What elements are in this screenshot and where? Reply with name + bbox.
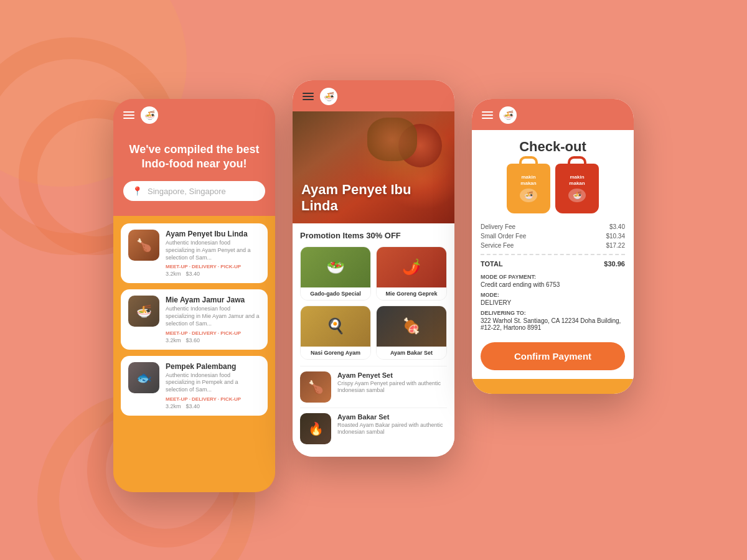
promo-image: 🥗 [301,247,370,287]
phone1-bottom-bar [113,477,275,492]
menu-item-info: Ayam Penyet Set Crispy Ayam Penyet paire… [337,371,447,394]
phone-home: 🍜 We've compiled the best Indo-food near… [113,99,275,493]
restaurant-description: Authentic Indonesian food specializing i… [166,306,260,327]
phone2-content: Promotion Items 30% OFF 🥗 Gado-gado Spec… [293,223,454,457]
promo-grid: 🥗 Gado-gado Special 🌶️ Mie Goreng Geprek… [300,246,447,360]
price: $3.40 [186,403,200,409]
restaurant-info: Ayam Penyet Ibu Linda Authentic Indonesi… [166,230,260,277]
checkout-content: Check-out makinmakan 🍜 makinmakan 🍜 Deli… [472,130,634,379]
promo-item[interactable]: 🥗 Gado-gado Special [300,246,371,301]
total-row: TOTAL $30.96 [481,260,625,268]
menu-item-name: Ayam Bakar Set [337,413,447,421]
restaurant-tags: MEET-UP · DELIVERY · PICK-UP [166,330,260,336]
hamburger-menu[interactable] [482,111,493,119]
hero-title: We've compiled the best Indo-food near y… [123,142,265,172]
menu-item-image: 🍗 [300,371,331,403]
restaurant-card[interactable]: 🍗 Ayam Penyet Ibu Linda Authentic Indone… [121,223,268,283]
restaurant-list: 🍗 Ayam Penyet Ibu Linda Authentic Indone… [113,216,275,477]
distance: 3.2km [166,403,181,409]
distance: 3.2km [166,337,181,343]
phone1-hero: We've compiled the best Indo-food near y… [113,130,275,217]
restaurant-name: Pempek Palembang [166,362,260,371]
phone-restaurant: 🍜 Ayam Penyet Ibu Linda Promotion Items … [293,80,454,457]
promo-section-header: Promotion Items 30% OFF [300,231,447,240]
mode-value: DELIVERY [481,299,625,306]
restaurant-name: Mie Ayam Jamur Jawa [166,296,260,304]
delivering-address: 322 Warhol St. Santiago, CA 12234 Doha B… [481,317,625,331]
restaurant-name: Ayam Penyet Ibu Linda [166,230,260,238]
promo-item[interactable]: 🌶️ Mie Goreng Geprek [376,246,447,301]
restaurant-description: Authentic Indonesian food specializing i… [166,372,260,394]
restaurant-meta: 3.2km $3.40 [166,403,260,409]
payment-info: MODE OF PAYMENT: Credit card ending with… [481,274,625,331]
promo-name: Mie Goreng Geprek [377,287,446,300]
restaurant-image: 🍗 [128,230,159,261]
bag-handle [519,156,538,165]
promo-image: 🍳 [301,306,370,347]
bag-icon: 🍜 [568,189,586,202]
total-value: $30.96 [604,260,625,268]
fee-row-delivery: Delivery Fee $3.40 [481,223,625,230]
phone3-header: 🍜 [472,99,634,130]
price: $3.40 [186,271,200,277]
restaurant-meta: 3.2km $3.60 [166,337,260,343]
divider [481,254,625,255]
phones-container: 🍜 We've compiled the best Indo-food near… [113,68,634,493]
menu-item-description: Crispy Ayam Penyet paired with authentic… [337,380,447,394]
delivering-to-label: DELIVERING TO: [481,310,625,316]
app-logo: 🍜 [141,106,158,124]
search-bar[interactable]: 📍 Singapore, Singapore [123,181,265,201]
restaurant-info: Pempek Palembang Authentic Indonesian fo… [166,362,260,409]
restaurant-image: 🐟 [128,362,159,393]
bags-visual: makinmakan 🍜 makinmakan 🍜 [481,164,625,213]
phone2-header: 🍜 [293,80,454,111]
hamburger-menu[interactable] [303,93,314,100]
confirm-payment-button[interactable]: Confirm Payment [481,342,625,370]
small-order-fee-value: $10.34 [606,233,625,240]
mode-label: MODE: [481,292,625,298]
phone1-header: 🍜 [113,99,275,130]
price: $3.60 [186,337,200,343]
delivery-fee-value: $3.40 [609,223,625,230]
restaurant-card[interactable]: 🐟 Pempek Palembang Authentic Indonesian … [121,356,268,416]
restaurant-hero-image: Ayam Penyet Ibu Linda [293,111,454,223]
menu-item-description: Roasted Ayam Bakar paired with authentic… [337,422,447,436]
menu-item-row[interactable]: 🍗 Ayam Penyet Set Crispy Ayam Penyet pai… [300,366,447,408]
app-logo: 🍜 [320,88,337,105]
phone-checkout: 🍜 Check-out makinmakan 🍜 makinmakan 🍜 [472,99,634,394]
checkout-title: Check-out [481,139,625,155]
bag-logo-text: makinmakan [520,174,536,186]
menu-item-name: Ayam Penyet Set [337,371,447,379]
promo-item[interactable]: 🍖 Ayam Bakar Set [376,306,447,360]
restaurant-title: Ayam Penyet Ibu Linda [301,182,446,215]
promo-name: Nasi Goreng Ayam [301,347,370,359]
restaurant-card[interactable]: 🍜 Mie Ayam Jamur Jawa Authentic Indonesi… [121,289,268,349]
promo-name: Ayam Bakar Set [377,347,446,359]
restaurant-info: Mie Ayam Jamur Jawa Authentic Indonesian… [166,296,260,343]
app-logo: 🍜 [499,106,517,124]
search-input[interactable]: Singapore, Singapore [148,187,226,196]
fee-row-small-order: Small Order Fee $10.34 [481,233,625,240]
location-pin-icon: 📍 [132,186,143,196]
restaurant-tags: MEET-UP · DELIVERY · PICK-UP [166,264,260,269]
delivery-fee-label: Delivery Fee [481,223,515,230]
restaurant-meta: 3.2km $3.40 [166,271,260,277]
bag-icon: 🍜 [520,189,537,202]
food-visual-element [367,118,417,161]
restaurant-description: Authentic Indonesian food specializing i… [166,240,260,261]
fee-row-service: Service Fee $17.22 [481,242,625,249]
menu-item-row[interactable]: 🔥 Ayam Bakar Set Roasted Ayam Bakar pair… [300,408,447,449]
menu-item-image: 🔥 [300,413,331,444]
bag-red: makinmakan 🍜 [555,164,599,213]
phone3-bottom-bar [472,379,634,394]
hamburger-menu[interactable] [123,111,134,119]
promo-image: 🌶️ [377,247,446,287]
payment-mode-value: Credit card ending with 6753 [481,281,625,288]
bag-yellow: makinmakan 🍜 [507,164,550,213]
payment-mode-label: MODE OF PAYMENT: [481,274,625,280]
promo-item[interactable]: 🍳 Nasi Goreng Ayam [300,306,371,360]
total-label: TOTAL [481,260,503,268]
service-fee-value: $17.22 [606,242,625,249]
restaurant-image: 🍜 [128,296,159,327]
bag-handle [568,156,586,165]
